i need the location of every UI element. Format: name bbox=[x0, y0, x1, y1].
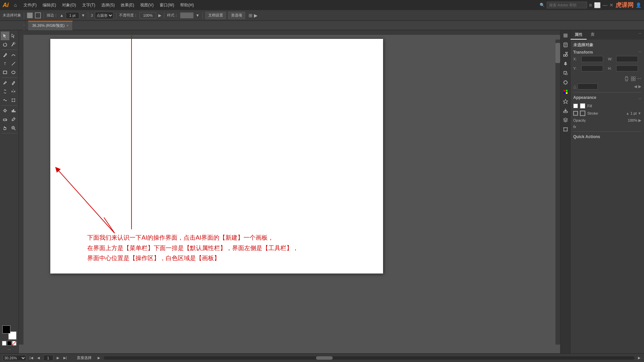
home-icon[interactable]: ⌂ bbox=[12, 2, 19, 8]
paintbrush-tool[interactable] bbox=[1, 78, 9, 87]
next-page-button[interactable]: ▶ bbox=[56, 356, 60, 360]
stroke-swatch[interactable] bbox=[35, 12, 41, 18]
opacity-expand-icon[interactable]: ▶ bbox=[638, 118, 641, 123]
fill-color-swatch[interactable] bbox=[580, 103, 585, 109]
none-swatch[interactable] bbox=[12, 341, 16, 346]
eraser-tool[interactable] bbox=[1, 115, 9, 124]
angle-input[interactable] bbox=[578, 83, 598, 89]
fx-label[interactable]: fx bbox=[573, 125, 576, 129]
style-swatch[interactable] bbox=[180, 12, 194, 18]
panel-appearance-icon[interactable] bbox=[561, 97, 570, 105]
pencil-tool[interactable] bbox=[9, 78, 18, 87]
transform-options-icon[interactable] bbox=[631, 76, 636, 81]
menu-select[interactable]: 选择(S) bbox=[99, 2, 117, 9]
zoom-select[interactable]: 30.26% bbox=[3, 355, 26, 361]
stroke-down-icon[interactable]: ▼ bbox=[81, 13, 85, 18]
tab-close-button[interactable]: × bbox=[67, 24, 69, 27]
line-tool[interactable] bbox=[9, 59, 18, 68]
shape-select[interactable]: 点圆形 bbox=[95, 12, 113, 19]
minimize-icon[interactable]: — bbox=[603, 2, 607, 8]
panel-stroke-icon[interactable] bbox=[561, 78, 570, 86]
symbol-sprayer-tool[interactable] bbox=[1, 106, 9, 115]
scroll-right-button[interactable]: ▶ bbox=[637, 356, 641, 360]
menu-view[interactable]: 视图(V) bbox=[138, 2, 156, 9]
horizontal-scrollbar[interactable] bbox=[104, 356, 635, 360]
more-tools-button[interactable]: ··· bbox=[7, 347, 11, 352]
menu-effect[interactable]: 效果(E) bbox=[118, 2, 137, 9]
direct-selection-tool[interactable] bbox=[9, 32, 18, 40]
column-graph-tool[interactable] bbox=[9, 106, 18, 115]
appearance-more-btn[interactable]: ··· bbox=[639, 97, 641, 101]
menu-window[interactable]: 窗口(W) bbox=[157, 2, 177, 9]
panel-doc-icon[interactable] bbox=[561, 41, 570, 49]
pen-tool[interactable] bbox=[1, 51, 9, 59]
play-button[interactable]: ▶ bbox=[97, 356, 101, 360]
maximize-icon[interactable]: ⬜ bbox=[594, 2, 601, 8]
menu-help[interactable]: 帮助(H) bbox=[177, 2, 197, 9]
fill-swatch[interactable] bbox=[27, 12, 33, 18]
panel-transform-icon[interactable] bbox=[561, 69, 570, 77]
panel-options-button[interactable]: ··· bbox=[636, 30, 644, 40]
warp-tool[interactable] bbox=[1, 96, 9, 105]
ellipse-tool[interactable] bbox=[9, 68, 18, 77]
w-input[interactable] bbox=[616, 56, 638, 62]
stroke-up-arrow[interactable]: ▲ bbox=[626, 111, 630, 115]
panel-export-icon[interactable] bbox=[561, 107, 570, 115]
h-input[interactable] bbox=[616, 65, 638, 71]
next-icon[interactable]: ▶ bbox=[638, 84, 641, 89]
opacity-more-icon[interactable]: ▶ bbox=[158, 13, 161, 18]
vertical-scroll-thumb[interactable] bbox=[555, 43, 560, 63]
constrain-icon[interactable] bbox=[624, 76, 629, 81]
horizontal-scroll-thumb[interactable] bbox=[316, 356, 333, 360]
opacity-input[interactable] bbox=[140, 12, 156, 19]
selection-tool[interactable] bbox=[1, 32, 9, 40]
close-window-icon[interactable]: ✕ bbox=[609, 2, 613, 8]
white-swatch[interactable] bbox=[2, 341, 6, 346]
prev-icon[interactable]: ◀ bbox=[634, 84, 637, 89]
panel-artboard-icon[interactable] bbox=[561, 125, 570, 133]
left-panel-toggle[interactable]: › bbox=[23, 21, 25, 30]
stroke-color-swatch[interactable] bbox=[580, 111, 585, 116]
tab-properties[interactable]: 属性 bbox=[571, 30, 587, 40]
stroke-up-icon[interactable]: ▲ bbox=[60, 13, 64, 18]
y-input[interactable] bbox=[581, 65, 603, 71]
page-number-input[interactable] bbox=[43, 355, 53, 361]
transform-more-btn[interactable]: ··· bbox=[639, 50, 641, 54]
doc-settings-button[interactable]: 文档设置 bbox=[205, 12, 226, 19]
stroke-down-arrow[interactable]: ▼ bbox=[638, 111, 641, 115]
zoom-tool[interactable] bbox=[9, 124, 18, 132]
first-page-button[interactable]: |◀ bbox=[29, 356, 34, 360]
menu-edit[interactable]: 编辑(E) bbox=[40, 2, 59, 9]
panel-align-icon[interactable] bbox=[561, 60, 570, 68]
foreground-color-swatch[interactable] bbox=[2, 325, 10, 334]
style-dropdown-icon[interactable]: ▼ bbox=[196, 13, 200, 18]
vertical-scrollbar[interactable] bbox=[555, 40, 560, 345]
rect-tool[interactable] bbox=[1, 68, 9, 77]
lasso-tool[interactable] bbox=[1, 40, 9, 49]
panel-layers-icon[interactable] bbox=[561, 116, 570, 124]
last-page-button[interactable]: ▶| bbox=[63, 356, 68, 360]
x-input[interactable] bbox=[581, 56, 603, 62]
active-document-tab[interactable]: 36.26% (RGB/预览) × bbox=[28, 21, 73, 30]
black-swatch[interactable] bbox=[7, 341, 11, 346]
rotate-tool[interactable] bbox=[1, 87, 9, 96]
panel-properties-icon[interactable] bbox=[561, 32, 570, 40]
panel-asset-icon[interactable] bbox=[561, 50, 570, 58]
curvature-tool[interactable] bbox=[9, 51, 18, 59]
flip-icon[interactable]: ⊷ bbox=[637, 76, 641, 81]
arrange-icons[interactable]: ⊞ ▶ bbox=[249, 13, 258, 18]
prev-page-button[interactable]: ◀ bbox=[37, 356, 41, 360]
hand-tool[interactable] bbox=[1, 124, 9, 132]
menu-object[interactable]: 对象(O) bbox=[59, 2, 78, 9]
stroke-width-input[interactable] bbox=[66, 12, 79, 19]
reflect-tool[interactable] bbox=[9, 87, 18, 96]
search-input[interactable] bbox=[547, 2, 587, 8]
eyedropper-tool[interactable] bbox=[9, 115, 18, 124]
prefs-button[interactable]: 首选项 bbox=[228, 12, 245, 19]
free-transform-tool[interactable] bbox=[9, 96, 18, 105]
text-tool[interactable]: T bbox=[1, 59, 9, 68]
menu-file[interactable]: 文件(F) bbox=[21, 2, 39, 9]
magic-wand-tool[interactable] bbox=[9, 40, 18, 49]
menu-type[interactable]: 文字(T) bbox=[79, 2, 98, 9]
panel-color-icon[interactable] bbox=[561, 88, 570, 96]
